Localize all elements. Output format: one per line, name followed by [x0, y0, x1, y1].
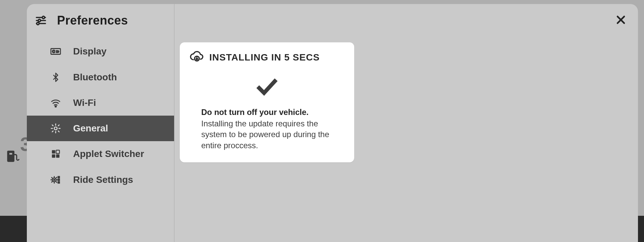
sidebar-item-label: Ride Settings [73, 174, 133, 185]
content-area: INSTALLING IN 5 SECS Do not turn off you… [174, 4, 638, 242]
display-icon: C ⊃ [50, 46, 62, 57]
bluetooth-icon [50, 72, 62, 82]
sidebar-item-bluetooth[interactable]: Bluetooth [27, 65, 174, 90]
svg-point-19 [54, 179, 55, 180]
ride-settings-icon [50, 174, 62, 186]
sidebar-header: Preferences [27, 11, 174, 38]
svg-rect-1 [9, 152, 13, 155]
svg-point-9 [37, 22, 39, 25]
sidebar-item-applet-switcher[interactable]: Applet Switcher [27, 141, 174, 167]
sidebar-title: Preferences [57, 13, 128, 28]
checkmark-icon [190, 75, 344, 99]
svg-rect-16 [52, 154, 55, 158]
sidebar-item-label: Display [73, 46, 107, 57]
close-icon[interactable] [615, 14, 627, 27]
sidebar-item-ride-settings[interactable]: Ride Settings [27, 167, 174, 193]
card-warning-text: Installing the update requires the syste… [201, 118, 333, 151]
svg-rect-20 [58, 176, 59, 178]
install-status-card: INSTALLING IN 5 SECS Do not turn off you… [180, 42, 354, 162]
card-warning-heading: Do not turn off your vehicle. [201, 108, 333, 117]
sidebar-item-display[interactable]: C ⊃ Display [27, 38, 174, 65]
svg-point-13 [54, 127, 57, 130]
preferences-panel: Preferences C ⊃ Display Bluetooth [27, 4, 638, 242]
svg-point-7 [38, 19, 41, 22]
preferences-sliders-icon [35, 14, 47, 27]
svg-rect-17 [56, 154, 59, 158]
card-header: INSTALLING IN 5 SECS [190, 50, 344, 65]
svg-point-5 [42, 16, 45, 18]
svg-rect-21 [58, 179, 59, 180]
sidebar: Preferences C ⊃ Display Bluetooth [27, 4, 174, 242]
card-body: Do not turn off your vehicle. Installing… [190, 108, 344, 151]
svg-text:C ⊃: C ⊃ [52, 49, 59, 53]
gear-icon [50, 123, 62, 134]
sidebar-item-label: Bluetooth [73, 72, 117, 83]
cloud-download-icon [190, 50, 204, 65]
svg-rect-15 [56, 150, 59, 154]
wifi-icon [50, 97, 62, 108]
sidebar-item-label: General [73, 123, 108, 134]
fuel-pump-icon [6, 150, 19, 164]
svg-rect-22 [58, 182, 59, 183]
svg-point-12 [55, 106, 56, 107]
sidebar-item-wifi[interactable]: Wi-Fi [27, 90, 174, 116]
sidebar-item-label: Applet Switcher [73, 149, 144, 159]
sidebar-nav: C ⊃ Display Bluetooth [27, 38, 174, 193]
sidebar-item-label: Wi-Fi [73, 97, 96, 108]
svg-rect-14 [52, 150, 55, 154]
sidebar-item-general[interactable]: General [27, 116, 174, 141]
apps-grid-icon [50, 149, 62, 159]
card-title: INSTALLING IN 5 SECS [209, 52, 320, 63]
